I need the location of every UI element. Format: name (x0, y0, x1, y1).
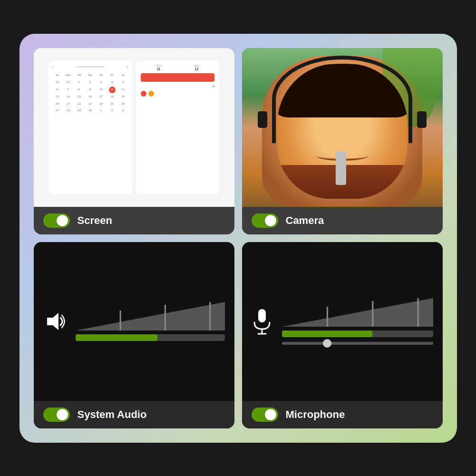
event-placeholder (140, 89, 216, 98)
cal-day-12: THU12 (177, 64, 215, 71)
screen-card: ‹ › Su Mo Tu We Th Fr (34, 48, 234, 234)
volume-ramp-audio (76, 302, 225, 330)
cal-day: 30 (85, 107, 96, 114)
screen-label: Screen (78, 214, 112, 227)
mic-slider-track[interactable] (282, 342, 433, 345)
cal-day: 31 (63, 79, 74, 86)
cal-grid: Su Mo Tu We Th Fr Sa 30 31 1 (52, 72, 128, 114)
system-audio-preview (34, 242, 234, 401)
cal-day: 12 (118, 87, 128, 93)
camera-preview (242, 48, 443, 207)
cal-day: 14 (63, 94, 74, 100)
volume-fill-mic (282, 330, 373, 337)
cal-day: 23 (85, 101, 96, 107)
camera-card: Camera (242, 48, 443, 234)
cal-day: 10 (96, 87, 107, 93)
screen-toggle-knob (57, 215, 68, 226)
cal-dow: Sa (118, 72, 128, 79)
volume-visual-audio (76, 302, 225, 341)
event-block-1 (141, 73, 215, 82)
headphone-left (258, 111, 267, 128)
volume-fill-audio (76, 334, 158, 341)
cal-day: 13 (52, 94, 63, 100)
hair (277, 64, 407, 118)
cal-day: 26 (118, 101, 128, 107)
cal-nav-bar (76, 66, 105, 68)
calendar-left: ‹ › Su Mo Tu We Th Fr (49, 60, 132, 194)
system-audio-toggle-knob (57, 409, 68, 420)
screen-toggle[interactable] (43, 214, 70, 228)
cal-day: 28 (63, 107, 74, 114)
microphone-toggle[interactable] (252, 408, 278, 422)
volume-visual-mic (282, 298, 433, 345)
face-area (277, 64, 407, 199)
volume-track-mic (282, 330, 433, 337)
microphone-preview (242, 242, 443, 401)
screen-preview: ‹ › Su Mo Tu We Th Fr (34, 48, 234, 207)
cal-day: 24 (96, 101, 107, 107)
cal-day: 1 (96, 107, 107, 114)
plane-icon: ✈ (140, 84, 216, 89)
camera-toggle[interactable] (252, 214, 278, 228)
system-audio-label: System Audio (78, 408, 147, 421)
cal-day: 4 (107, 79, 117, 86)
cal-dow: Su (52, 72, 63, 79)
cal-day: 27 (52, 107, 63, 114)
speaker-icon (43, 310, 66, 333)
system-audio-card: System Audio (34, 242, 234, 428)
camera-label: Camera (286, 214, 324, 227)
microphone-toggle-knob (265, 409, 276, 420)
cal-day: 15 (74, 94, 85, 100)
cal-day: 17 (96, 94, 107, 100)
system-audio-toggle[interactable] (43, 408, 70, 422)
microphone-icon (252, 308, 272, 335)
cal-next: › (126, 64, 128, 69)
volume-track-audio (76, 334, 225, 341)
cal-day: 7 (63, 87, 74, 93)
svg-rect-5 (258, 309, 266, 322)
cards-grid: ‹ › Su Mo Tu We Th Fr (34, 48, 443, 428)
svg-marker-1 (76, 302, 225, 330)
cal-day: 16 (85, 94, 96, 100)
mic-slider-thumb[interactable] (323, 339, 331, 348)
cal-day: 5 (118, 79, 128, 86)
mic-control-bar: Microphone (242, 401, 443, 428)
cal-day: 18 (107, 94, 117, 100)
cal-dow: Fr (107, 72, 117, 79)
svg-marker-0 (47, 313, 58, 330)
camera-control-bar: Camera (242, 207, 443, 234)
camera-toggle-knob (265, 215, 276, 226)
microphone-label: Microphone (286, 408, 345, 421)
headphone-right (417, 111, 427, 128)
grid-wrapper: ‹ › Su Mo Tu We Th Fr (34, 48, 443, 428)
cal-day: 8 (74, 87, 85, 93)
cal-day: 29 (74, 107, 85, 114)
main-container: ‹ › Su Mo Tu We Th Fr (19, 34, 457, 443)
microphone-card: Microphone (242, 242, 443, 428)
cal-day: 20 (52, 101, 63, 107)
avatar-sm-2 (148, 91, 154, 97)
cal-day: 30 (52, 79, 63, 86)
cal-header: WED11 THU12 (140, 64, 216, 71)
cal-day: 3 (96, 79, 107, 86)
cal-day: 9 (85, 87, 96, 93)
cal-day: 25 (107, 101, 117, 107)
cal-day: 6 (52, 87, 63, 93)
cal-dow: We (85, 72, 96, 79)
cal-dow: Tu (74, 72, 85, 79)
cal-day-11: WED11 (140, 64, 178, 71)
cal-dow: Th (96, 72, 107, 79)
cal-day: 19 (118, 94, 128, 100)
cal-day-highlighted: 11 (109, 87, 116, 93)
cal-nav: ‹ › (52, 64, 128, 69)
audio-control-bar: System Audio (34, 401, 234, 428)
cal-day: 21 (63, 101, 74, 107)
cal-day: 1 (74, 79, 85, 86)
volume-ramp-mic (282, 298, 433, 327)
screen-control-bar: Screen (34, 207, 234, 234)
cal-day: 3 (118, 107, 128, 114)
cal-prev: ‹ (52, 64, 54, 69)
avatar-sm-1 (141, 91, 146, 97)
cal-day: 2 (107, 107, 117, 114)
cal-dow: Mo (63, 72, 74, 79)
